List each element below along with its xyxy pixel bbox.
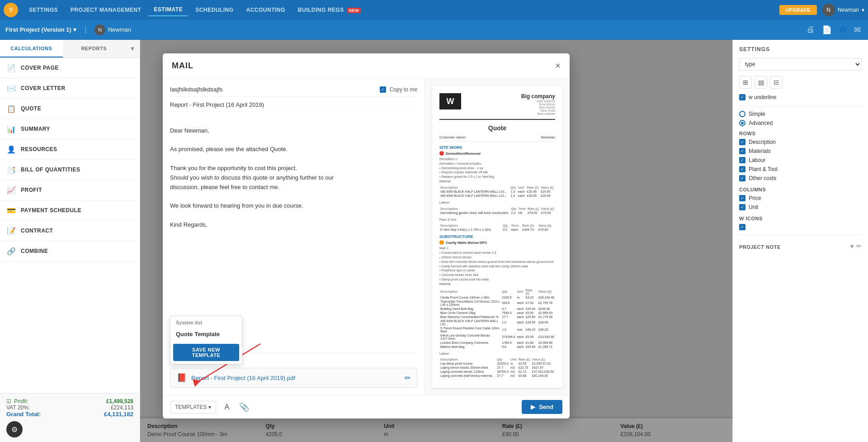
simple-radio-btn[interactable]: [739, 111, 745, 117]
mail-form: ✓ Copy to me Report - First Project (16 …: [163, 79, 425, 395]
second-navigation: First Project (Version 1) ▾ ⋮ N Newman 🖨…: [0, 20, 868, 40]
divider-1: [739, 106, 862, 106]
copy-to-label: Copy to me: [390, 86, 417, 93]
mail-body[interactable]: Dear Newman, As promised, please see the…: [170, 117, 417, 328]
tab-reports[interactable]: REPORTS: [63, 40, 126, 57]
simple-radio[interactable]: Simple: [739, 111, 862, 117]
vat-row: VAT 20%: £224,113: [6, 404, 133, 411]
project-note-expand-icon[interactable]: ▾: [850, 242, 854, 250]
font-button[interactable]: A: [221, 401, 233, 413]
nav-accounting[interactable]: ACCOUNTING: [241, 4, 290, 16]
project-note-label: PROJECT NOTE: [739, 244, 781, 250]
divider-2: [739, 235, 862, 235]
attachment-button[interactable]: 📎: [237, 400, 251, 414]
materials-checkbox[interactable]: ✓: [739, 148, 745, 154]
labour-checkbox[interactable]: ✓: [739, 157, 745, 163]
tab-calculations[interactable]: CALCULATIONS: [0, 40, 63, 57]
price-checkbox[interactable]: ✓: [739, 195, 745, 201]
app-logo[interactable]: Y: [4, 3, 18, 17]
save-new-template-button[interactable]: SAVE NEW TEMPLATE: [173, 344, 239, 361]
copy-to-checkbox[interactable]: ✓: [380, 86, 386, 93]
nav-action-icons: 🖨 📄 W ✉: [805, 23, 863, 37]
preview-doc-header: W Big company New address New phone New …: [439, 93, 555, 120]
icons-checkbox[interactable]: ✓: [739, 224, 745, 230]
templates-button[interactable]: TEMPLATES ▾: [170, 401, 216, 413]
word-export-icon[interactable]: W: [837, 23, 849, 36]
preview-labour2-table: DescriptionQtyUnitRate (£)Value (£) Lay …: [439, 357, 555, 378]
edit-attachment-icon[interactable]: ✏: [405, 374, 410, 382]
modal-body: ✓ Copy to me Report - First Project (16 …: [163, 79, 570, 395]
resources-icon: 👤: [6, 144, 16, 154]
unit-checkbox[interactable]: ✓: [739, 204, 745, 210]
sidebar-item-summary[interactable]: 📊 SUMMARY: [0, 119, 140, 139]
user-menu[interactable]: N Newman ▾: [822, 4, 864, 16]
sidebar-item-combine[interactable]: 🔗 COMBINE: [0, 241, 140, 261]
subsection-icon2: [439, 240, 444, 245]
contract-icon: 📝: [6, 226, 16, 236]
nav-settings[interactable]: SETTINGS: [24, 4, 63, 16]
check-description: ✓ Description: [739, 139, 862, 145]
nav-estimate[interactable]: ESTIMATE: [148, 4, 188, 16]
check-plant-tool: ✓ Plant & Tool: [739, 166, 862, 172]
mail-footer: TEMPLATES ▾ A 📎 ▶ Send: [163, 395, 570, 418]
more-options-icon[interactable]: ⋮: [80, 24, 91, 36]
mail-subject: Report - First Project (16 April 2019): [170, 101, 417, 112]
sidebar-item-profit[interactable]: 📈 PROFIT: [0, 180, 140, 200]
sidebar-item-payment-schedule[interactable]: 💳 PAYMENT SCHEDULE: [0, 200, 140, 221]
format-icon-1[interactable]: ⊞: [739, 76, 752, 89]
check-other-costs: ✓ Other costs: [739, 175, 862, 181]
project-note-edit-icon[interactable]: ✏: [856, 242, 862, 250]
sidebar-item-label: PAYMENT SCHEDULE: [21, 207, 81, 214]
sidebar-tab-bar: CALCULATIONS REPORTS ▼: [0, 40, 140, 58]
sidebar-totals-area: ☑ Profit: £1,499,528 VAT 20%: £224,113 G…: [0, 393, 140, 442]
modal-title: MAIL: [172, 61, 193, 71]
main-content: Description Demo Proof Course 100mm - 3m…: [140, 40, 732, 442]
send-button[interactable]: ▶ Send: [522, 400, 562, 414]
check-price: ✓ Price: [739, 195, 862, 201]
upgrade-button[interactable]: UPGRADE: [779, 5, 817, 15]
project-selector[interactable]: First Project (Version 1) ▾: [5, 26, 76, 33]
subsection-icon: [439, 151, 444, 156]
sidebar-item-bill-of-quantities[interactable]: 📑 BILL OF QUANTITIES: [0, 160, 140, 180]
system-list-header: System list: [170, 316, 242, 327]
nav-scheduling[interactable]: SCHEDULING: [190, 4, 239, 16]
nav-building-regs[interactable]: BUILDING REGS NEW: [292, 4, 366, 16]
modal-overlay[interactable]: MAIL × ✓ Copy to me: [140, 40, 732, 442]
nav-project-management[interactable]: PROJECT MANAGEMENT: [65, 4, 146, 16]
modal-close-button[interactable]: ×: [555, 61, 561, 71]
email-icon[interactable]: ✉: [852, 23, 863, 37]
preview-materials-table: DescriptionQtyUnitRate (£)Value (£) 480 …: [439, 185, 555, 198]
sidebar-item-cover-letter[interactable]: ✉️ COVER LETTER: [0, 78, 140, 99]
mail-to-input[interactable]: [170, 86, 375, 93]
columns-label: Columns: [739, 187, 862, 192]
user-display[interactable]: N Newman: [94, 24, 131, 35]
attachment-item: 📕 Report - First Project (16 April 2019)…: [170, 368, 417, 388]
advanced-radio-btn[interactable]: [739, 120, 745, 126]
sidebar-item-label: SUMMARY: [21, 126, 50, 132]
format-icon-2[interactable]: ▤: [755, 76, 767, 89]
sidebar-item-cover-page[interactable]: 📄 COVER PAGE: [0, 58, 140, 78]
profit-row: ☑ Profit: £1,499,528: [6, 398, 133, 404]
sidebar-item-label: QUOTE: [21, 105, 41, 112]
advanced-radio[interactable]: Advanced: [739, 120, 862, 126]
pdf-export-icon[interactable]: 📄: [820, 23, 834, 37]
new-badge: NEW: [347, 8, 361, 13]
preview-subsection-cavity: Cavity Walls Below DPC: [439, 240, 555, 245]
sidebar-item-quote[interactable]: 📋 QUOTE: [0, 99, 140, 119]
payment-icon: 💳: [6, 205, 16, 215]
gear-button[interactable]: ⚙: [6, 421, 23, 437]
filter-icon[interactable]: ▼: [125, 40, 140, 57]
description-checkbox[interactable]: ✓: [739, 139, 745, 145]
system-list-item-quote-template[interactable]: Quote Template: [170, 327, 242, 341]
sidebar-item-label: RESOURCES: [21, 146, 57, 152]
plant-tool-checkbox[interactable]: ✓: [739, 166, 745, 172]
preview-document: W Big company New address New phone New …: [432, 86, 562, 388]
underline-checkbox[interactable]: ✓: [739, 94, 745, 100]
type-select[interactable]: type: [739, 58, 862, 71]
preview-demolition-detail: Demolition 1: Demolition / removal inclu…: [439, 157, 555, 184]
other-costs-checkbox[interactable]: ✓: [739, 175, 745, 181]
sidebar-item-contract[interactable]: 📝 CONTRACT: [0, 221, 140, 241]
print-icon[interactable]: 🖨: [805, 23, 816, 36]
sidebar-item-resources[interactable]: 👤 RESOURCES: [0, 139, 140, 160]
format-icon-3[interactable]: ⊟: [770, 76, 783, 89]
